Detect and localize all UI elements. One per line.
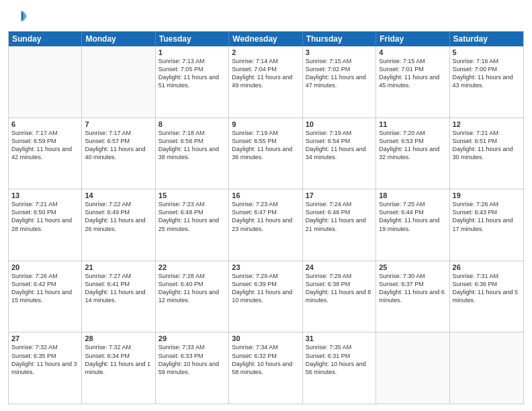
day-info: Sunrise: 7:25 AM Sunset: 6:44 PM Dayligh… — [379, 200, 446, 233]
calendar-cell-day-5: 5Sunrise: 7:16 AM Sunset: 7:00 PM Daylig… — [450, 46, 523, 118]
calendar-cell-day-16: 16Sunrise: 7:23 AM Sunset: 6:47 PM Dayli… — [229, 189, 302, 261]
calendar-cell-day-31: 31Sunrise: 7:35 AM Sunset: 6:31 PM Dayli… — [303, 332, 376, 404]
header-day-thursday: Thursday — [303, 32, 376, 46]
day-number: 18 — [379, 191, 446, 199]
day-number: 30 — [232, 334, 299, 342]
calendar-cell-day-3: 3Sunrise: 7:15 AM Sunset: 7:02 PM Daylig… — [303, 46, 376, 118]
calendar-cell-day-15: 15Sunrise: 7:23 AM Sunset: 6:48 PM Dayli… — [156, 189, 229, 261]
calendar-cell-empty — [82, 46, 155, 118]
day-number: 10 — [306, 120, 373, 128]
calendar-row-1: 1Sunrise: 7:13 AM Sunset: 7:05 PM Daylig… — [9, 46, 523, 118]
svg-marker-1 — [23, 11, 27, 22]
calendar-cell-day-28: 28Sunrise: 7:32 AM Sunset: 6:34 PM Dayli… — [82, 332, 155, 404]
calendar-cell-day-27: 27Sunrise: 7:32 AM Sunset: 6:35 PM Dayli… — [9, 332, 82, 404]
day-number: 28 — [85, 334, 152, 342]
day-info: Sunrise: 7:26 AM Sunset: 6:43 PM Dayligh… — [453, 200, 521, 233]
calendar-cell-day-11: 11Sunrise: 7:20 AM Sunset: 6:53 PM Dayli… — [376, 118, 449, 189]
day-info: Sunrise: 7:24 AM Sunset: 6:46 PM Dayligh… — [306, 200, 373, 233]
day-number: 8 — [159, 120, 226, 128]
calendar-header: SundayMondayTuesdayWednesdayThursdayFrid… — [9, 32, 523, 46]
day-number: 5 — [453, 48, 521, 56]
day-number: 12 — [453, 120, 521, 128]
day-info: Sunrise: 7:23 AM Sunset: 6:47 PM Dayligh… — [232, 200, 299, 233]
day-info: Sunrise: 7:32 AM Sunset: 6:35 PM Dayligh… — [11, 343, 79, 376]
day-info: Sunrise: 7:18 AM Sunset: 6:56 PM Dayligh… — [159, 129, 226, 162]
day-number: 6 — [11, 120, 79, 128]
header-day-sunday: Sunday — [9, 32, 82, 46]
day-number: 7 — [85, 120, 152, 128]
calendar-cell-day-12: 12Sunrise: 7:21 AM Sunset: 6:51 PM Dayli… — [450, 118, 523, 189]
day-info: Sunrise: 7:19 AM Sunset: 6:55 PM Dayligh… — [232, 129, 299, 162]
calendar-cell-day-26: 26Sunrise: 7:31 AM Sunset: 6:36 PM Dayli… — [450, 261, 523, 332]
calendar-cell-day-24: 24Sunrise: 7:29 AM Sunset: 6:38 PM Dayli… — [303, 261, 376, 332]
day-number: 25 — [379, 263, 446, 271]
day-info: Sunrise: 7:30 AM Sunset: 6:37 PM Dayligh… — [379, 272, 446, 305]
calendar-cell-day-1: 1Sunrise: 7:13 AM Sunset: 7:05 PM Daylig… — [156, 46, 229, 118]
day-number: 1 — [159, 48, 226, 56]
calendar-cell-day-17: 17Sunrise: 7:24 AM Sunset: 6:46 PM Dayli… — [303, 189, 376, 261]
day-info: Sunrise: 7:29 AM Sunset: 6:39 PM Dayligh… — [232, 272, 299, 305]
header-day-friday: Friday — [376, 32, 449, 46]
day-info: Sunrise: 7:29 AM Sunset: 6:38 PM Dayligh… — [306, 272, 373, 305]
day-info: Sunrise: 7:32 AM Sunset: 6:34 PM Dayligh… — [85, 343, 152, 376]
day-info: Sunrise: 7:16 AM Sunset: 7:00 PM Dayligh… — [453, 57, 521, 90]
day-number: 20 — [11, 263, 79, 271]
calendar-cell-day-22: 22Sunrise: 7:28 AM Sunset: 6:40 PM Dayli… — [156, 261, 229, 332]
calendar-cell-day-14: 14Sunrise: 7:22 AM Sunset: 6:49 PM Dayli… — [82, 189, 155, 261]
day-number: 11 — [379, 120, 446, 128]
day-info: Sunrise: 7:21 AM Sunset: 6:50 PM Dayligh… — [11, 200, 79, 233]
calendar-cell-day-4: 4Sunrise: 7:15 AM Sunset: 7:01 PM Daylig… — [376, 46, 449, 118]
day-info: Sunrise: 7:28 AM Sunset: 6:40 PM Dayligh… — [159, 272, 226, 305]
day-info: Sunrise: 7:20 AM Sunset: 6:53 PM Dayligh… — [379, 129, 446, 162]
calendar-cell-empty — [376, 332, 449, 404]
day-info: Sunrise: 7:35 AM Sunset: 6:31 PM Dayligh… — [306, 343, 373, 376]
day-info: Sunrise: 7:26 AM Sunset: 6:42 PM Dayligh… — [11, 272, 79, 305]
day-info: Sunrise: 7:13 AM Sunset: 7:05 PM Dayligh… — [159, 57, 226, 90]
calendar-cell-day-21: 21Sunrise: 7:27 AM Sunset: 6:41 PM Dayli… — [82, 261, 155, 332]
header-day-monday: Monday — [82, 32, 155, 46]
day-number: 2 — [232, 48, 299, 56]
day-info: Sunrise: 7:17 AM Sunset: 6:59 PM Dayligh… — [11, 129, 79, 162]
day-info: Sunrise: 7:34 AM Sunset: 6:32 PM Dayligh… — [232, 343, 299, 376]
calendar-row-2: 6Sunrise: 7:17 AM Sunset: 6:59 PM Daylig… — [9, 118, 523, 189]
day-number: 17 — [306, 191, 373, 199]
calendar: SundayMondayTuesdayWednesdayThursdayFrid… — [8, 31, 524, 404]
day-info: Sunrise: 7:23 AM Sunset: 6:48 PM Dayligh… — [159, 200, 226, 233]
day-info: Sunrise: 7:22 AM Sunset: 6:49 PM Dayligh… — [85, 200, 152, 233]
calendar-cell-day-6: 6Sunrise: 7:17 AM Sunset: 6:59 PM Daylig… — [9, 118, 82, 189]
page: SundayMondayTuesdayWednesdayThursdayFrid… — [0, 0, 532, 411]
calendar-cell-day-18: 18Sunrise: 7:25 AM Sunset: 6:44 PM Dayli… — [376, 189, 449, 261]
calendar-cell-day-29: 29Sunrise: 7:33 AM Sunset: 6:33 PM Dayli… — [156, 332, 229, 404]
day-info: Sunrise: 7:14 AM Sunset: 7:04 PM Dayligh… — [232, 57, 299, 90]
calendar-cell-day-10: 10Sunrise: 7:19 AM Sunset: 6:54 PM Dayli… — [303, 118, 376, 189]
day-number: 26 — [453, 263, 521, 271]
calendar-row-4: 20Sunrise: 7:26 AM Sunset: 6:42 PM Dayli… — [9, 261, 523, 332]
day-number: 9 — [232, 120, 299, 128]
day-info: Sunrise: 7:15 AM Sunset: 7:02 PM Dayligh… — [306, 57, 373, 90]
calendar-cell-empty — [9, 46, 82, 118]
header — [8, 7, 524, 26]
day-number: 27 — [11, 334, 79, 342]
calendar-cell-day-25: 25Sunrise: 7:30 AM Sunset: 6:37 PM Dayli… — [376, 261, 449, 332]
day-info: Sunrise: 7:31 AM Sunset: 6:36 PM Dayligh… — [453, 272, 521, 305]
calendar-cell-day-7: 7Sunrise: 7:17 AM Sunset: 6:57 PM Daylig… — [82, 118, 155, 189]
day-info: Sunrise: 7:33 AM Sunset: 6:33 PM Dayligh… — [159, 343, 226, 376]
logo-icon — [8, 7, 27, 26]
day-number: 13 — [11, 191, 79, 199]
logo — [8, 7, 30, 26]
day-number: 3 — [306, 48, 373, 56]
day-number: 4 — [379, 48, 446, 56]
day-info: Sunrise: 7:27 AM Sunset: 6:41 PM Dayligh… — [85, 272, 152, 305]
calendar-cell-day-13: 13Sunrise: 7:21 AM Sunset: 6:50 PM Dayli… — [9, 189, 82, 261]
header-day-tuesday: Tuesday — [156, 32, 229, 46]
day-number: 16 — [232, 191, 299, 199]
day-info: Sunrise: 7:17 AM Sunset: 6:57 PM Dayligh… — [85, 129, 152, 162]
day-number: 19 — [453, 191, 521, 199]
calendar-cell-day-23: 23Sunrise: 7:29 AM Sunset: 6:39 PM Dayli… — [229, 261, 302, 332]
day-number: 29 — [159, 334, 226, 342]
calendar-cell-day-2: 2Sunrise: 7:14 AM Sunset: 7:04 PM Daylig… — [229, 46, 302, 118]
calendar-cell-day-30: 30Sunrise: 7:34 AM Sunset: 6:32 PM Dayli… — [229, 332, 302, 404]
day-number: 15 — [159, 191, 226, 199]
day-number: 14 — [85, 191, 152, 199]
day-number: 23 — [232, 263, 299, 271]
